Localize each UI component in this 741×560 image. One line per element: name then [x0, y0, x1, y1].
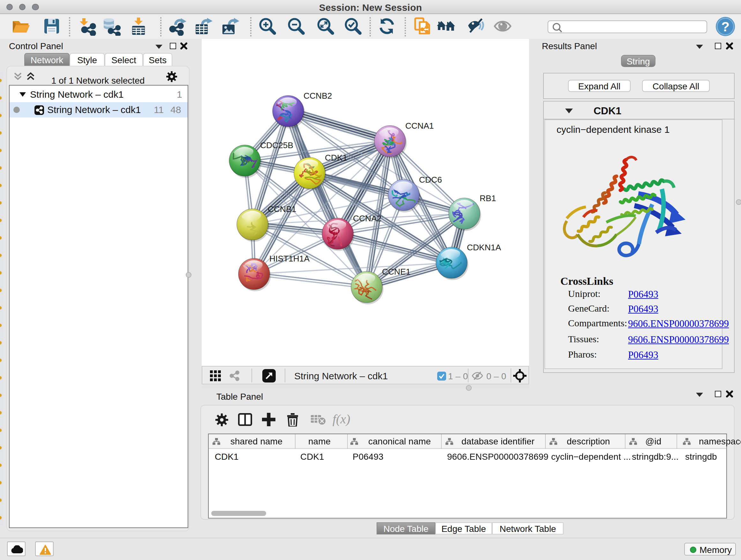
svg-text:RB1: RB1 [480, 193, 496, 203]
svg-text:CDC25B: CDC25B [260, 140, 293, 150]
svg-text:CDKN1A: CDKN1A [467, 243, 501, 252]
svg-text:CDK1: CDK1 [325, 153, 347, 163]
svg-text:CCNB2: CCNB2 [304, 91, 332, 101]
svg-text:CDC6: CDC6 [419, 175, 442, 185]
svg-text:CCNE1: CCNE1 [382, 267, 410, 276]
svg-text:CCNA1: CCNA1 [405, 121, 434, 131]
svg-text:HIST1H1A: HIST1H1A [269, 254, 310, 263]
svg-text:CCNA2: CCNA2 [353, 213, 381, 223]
svg-text:CCNB1: CCNB1 [268, 204, 296, 214]
svg-text:?: ? [721, 19, 730, 34]
